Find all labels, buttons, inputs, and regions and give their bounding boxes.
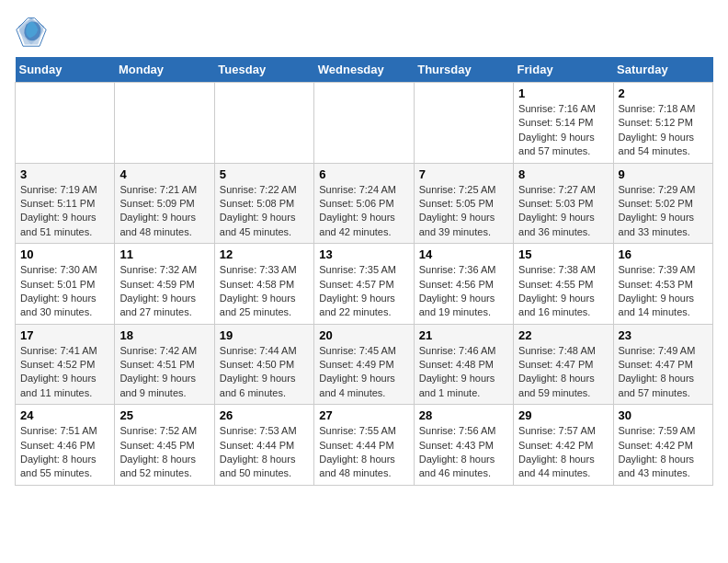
day-number: 9 [619, 167, 708, 181]
calendar-cell: 8Sunrise: 7:27 AMSunset: 5:03 PMDaylight… [514, 163, 613, 244]
day-info: Sunrise: 7:39 AMSunset: 4:53 PMDaylight:… [619, 263, 708, 320]
day-info: Sunrise: 7:51 AMSunset: 4:46 PMDaylight:… [20, 424, 109, 481]
day-number: 7 [419, 167, 508, 181]
day-number: 10 [20, 247, 109, 261]
header-day: Wednesday [314, 57, 414, 83]
day-info: Sunrise: 7:29 AMSunset: 5:02 PMDaylight:… [619, 183, 708, 240]
calendar-cell: 15Sunrise: 7:38 AMSunset: 4:55 PMDayligh… [514, 244, 613, 325]
calendar-week-row: 10Sunrise: 7:30 AMSunset: 5:01 PMDayligh… [16, 244, 713, 325]
day-info: Sunrise: 7:16 AMSunset: 5:14 PMDaylight:… [518, 102, 608, 159]
calendar-body: 1Sunrise: 7:16 AMSunset: 5:14 PMDaylight… [16, 83, 713, 486]
calendar-cell: 18Sunrise: 7:42 AMSunset: 4:51 PMDayligh… [115, 324, 214, 405]
day-info: Sunrise: 7:46 AMSunset: 4:48 PMDaylight:… [419, 344, 508, 401]
day-info: Sunrise: 7:24 AMSunset: 5:06 PMDaylight:… [319, 183, 408, 240]
day-info: Sunrise: 7:38 AMSunset: 4:55 PMDaylight:… [518, 263, 608, 320]
day-number: 4 [119, 167, 209, 181]
calendar-cell: 25Sunrise: 7:52 AMSunset: 4:45 PMDayligh… [115, 405, 214, 486]
header-day: Monday [115, 57, 214, 83]
day-info: Sunrise: 7:53 AMSunset: 4:44 PMDaylight:… [220, 424, 309, 481]
day-info: Sunrise: 7:32 AMSunset: 4:59 PMDaylight:… [119, 263, 209, 320]
day-info: Sunrise: 7:19 AMSunset: 5:11 PMDaylight:… [20, 183, 109, 240]
day-number: 15 [518, 247, 608, 261]
day-info: Sunrise: 7:45 AMSunset: 4:49 PMDaylight:… [319, 344, 408, 401]
calendar-cell: 28Sunrise: 7:56 AMSunset: 4:43 PMDayligh… [414, 405, 513, 486]
calendar-cell: 7Sunrise: 7:25 AMSunset: 5:05 PMDaylight… [414, 163, 513, 244]
day-number: 28 [419, 408, 508, 422]
calendar-cell: 17Sunrise: 7:41 AMSunset: 4:52 PMDayligh… [16, 324, 115, 405]
calendar-cell: 23Sunrise: 7:49 AMSunset: 4:47 PMDayligh… [613, 324, 712, 405]
calendar-cell [16, 83, 115, 164]
day-number: 14 [419, 247, 508, 261]
calendar-cell: 16Sunrise: 7:39 AMSunset: 4:53 PMDayligh… [613, 244, 712, 325]
day-info: Sunrise: 7:18 AMSunset: 5:12 PMDaylight:… [619, 102, 708, 159]
day-number: 19 [220, 328, 309, 342]
day-number: 22 [518, 328, 608, 342]
calendar-cell: 12Sunrise: 7:33 AMSunset: 4:58 PMDayligh… [214, 244, 313, 325]
calendar-week-row: 1Sunrise: 7:16 AMSunset: 5:14 PMDaylight… [16, 83, 713, 164]
calendar-cell [115, 83, 214, 164]
calendar-cell: 30Sunrise: 7:59 AMSunset: 4:42 PMDayligh… [613, 405, 712, 486]
calendar-cell [314, 83, 414, 164]
calendar-cell: 2Sunrise: 7:18 AMSunset: 5:12 PMDaylight… [613, 83, 712, 164]
day-number: 8 [518, 167, 608, 181]
day-number: 26 [220, 408, 309, 422]
day-info: Sunrise: 7:33 AMSunset: 4:58 PMDaylight:… [220, 263, 309, 320]
day-info: Sunrise: 7:35 AMSunset: 4:57 PMDaylight:… [319, 263, 408, 320]
day-info: Sunrise: 7:56 AMSunset: 4:43 PMDaylight:… [419, 424, 508, 481]
calendar-cell: 19Sunrise: 7:44 AMSunset: 4:50 PMDayligh… [214, 324, 313, 405]
day-number: 1 [518, 86, 608, 100]
header-day: Tuesday [214, 57, 313, 83]
day-number: 5 [220, 167, 309, 181]
header [15, 15, 713, 48]
day-number: 12 [220, 247, 309, 261]
calendar-cell: 29Sunrise: 7:57 AMSunset: 4:42 PMDayligh… [514, 405, 613, 486]
calendar-cell: 4Sunrise: 7:21 AMSunset: 5:09 PMDaylight… [115, 163, 214, 244]
header-day: Saturday [613, 57, 712, 83]
day-number: 23 [619, 328, 708, 342]
calendar-cell: 9Sunrise: 7:29 AMSunset: 5:02 PMDaylight… [613, 163, 712, 244]
calendar-cell: 3Sunrise: 7:19 AMSunset: 5:11 PMDaylight… [16, 163, 115, 244]
day-info: Sunrise: 7:57 AMSunset: 4:42 PMDaylight:… [518, 424, 608, 481]
day-info: Sunrise: 7:30 AMSunset: 5:01 PMDaylight:… [20, 263, 109, 320]
day-info: Sunrise: 7:41 AMSunset: 4:52 PMDaylight:… [20, 344, 109, 401]
calendar-cell: 14Sunrise: 7:36 AMSunset: 4:56 PMDayligh… [414, 244, 513, 325]
calendar-cell: 20Sunrise: 7:45 AMSunset: 4:49 PMDayligh… [314, 324, 414, 405]
day-number: 24 [20, 408, 109, 422]
calendar-cell: 1Sunrise: 7:16 AMSunset: 5:14 PMDaylight… [514, 83, 613, 164]
calendar-cell: 13Sunrise: 7:35 AMSunset: 4:57 PMDayligh… [314, 244, 414, 325]
logo-icon [15, 15, 48, 48]
calendar-cell: 22Sunrise: 7:48 AMSunset: 4:47 PMDayligh… [514, 324, 613, 405]
day-number: 30 [619, 408, 708, 422]
day-number: 17 [20, 328, 109, 342]
day-info: Sunrise: 7:52 AMSunset: 4:45 PMDaylight:… [119, 424, 209, 481]
day-info: Sunrise: 7:48 AMSunset: 4:47 PMDaylight:… [518, 344, 608, 401]
day-number: 13 [319, 247, 408, 261]
calendar-week-row: 24Sunrise: 7:51 AMSunset: 4:46 PMDayligh… [16, 405, 713, 486]
day-number: 25 [119, 408, 209, 422]
calendar-week-row: 17Sunrise: 7:41 AMSunset: 4:52 PMDayligh… [16, 324, 713, 405]
calendar-cell [214, 83, 313, 164]
day-number: 21 [419, 328, 508, 342]
day-info: Sunrise: 7:42 AMSunset: 4:51 PMDaylight:… [119, 344, 209, 401]
header-day: Sunday [16, 57, 115, 83]
calendar-week-row: 3Sunrise: 7:19 AMSunset: 5:11 PMDaylight… [16, 163, 713, 244]
calendar-cell: 10Sunrise: 7:30 AMSunset: 5:01 PMDayligh… [16, 244, 115, 325]
day-info: Sunrise: 7:21 AMSunset: 5:09 PMDaylight:… [119, 183, 209, 240]
day-info: Sunrise: 7:49 AMSunset: 4:47 PMDaylight:… [619, 344, 708, 401]
calendar-cell [414, 83, 513, 164]
day-number: 6 [319, 167, 408, 181]
calendar-cell: 26Sunrise: 7:53 AMSunset: 4:44 PMDayligh… [214, 405, 313, 486]
calendar-header: SundayMondayTuesdayWednesdayThursdayFrid… [16, 57, 713, 83]
day-info: Sunrise: 7:22 AMSunset: 5:08 PMDaylight:… [220, 183, 309, 240]
calendar-cell: 6Sunrise: 7:24 AMSunset: 5:06 PMDaylight… [314, 163, 414, 244]
calendar-cell: 5Sunrise: 7:22 AMSunset: 5:08 PMDaylight… [214, 163, 313, 244]
day-info: Sunrise: 7:27 AMSunset: 5:03 PMDaylight:… [518, 183, 608, 240]
day-number: 2 [619, 86, 708, 100]
day-number: 18 [119, 328, 209, 342]
day-number: 11 [119, 247, 209, 261]
calendar-cell: 24Sunrise: 7:51 AMSunset: 4:46 PMDayligh… [16, 405, 115, 486]
header-row: SundayMondayTuesdayWednesdayThursdayFrid… [16, 57, 713, 83]
calendar-cell: 21Sunrise: 7:46 AMSunset: 4:48 PMDayligh… [414, 324, 513, 405]
day-number: 20 [319, 328, 408, 342]
calendar-cell: 11Sunrise: 7:32 AMSunset: 4:59 PMDayligh… [115, 244, 214, 325]
